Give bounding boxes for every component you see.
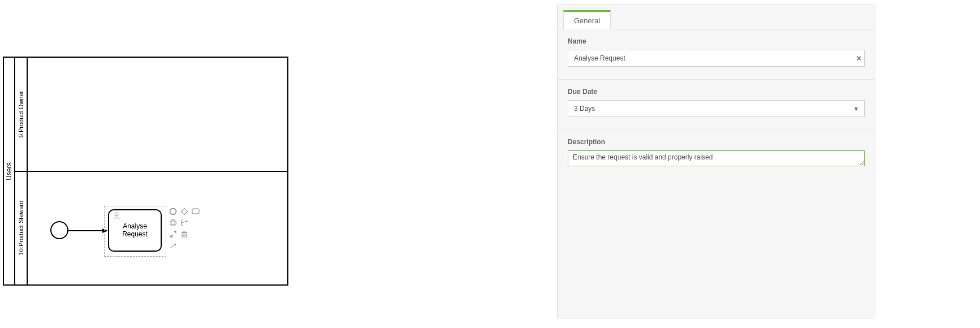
properties-panel: General Name × Due Date 3 Days ▼ Descrip… [557, 5, 875, 318]
append-end-event-icon[interactable] [169, 208, 177, 215]
lane-product-steward[interactable]: 10:Product Steward Analyse Request [15, 171, 287, 285]
form-row-due-date: Due Date 3 Days ▼ [558, 80, 875, 130]
lane-content-1[interactable]: Analyse Request [28, 172, 287, 285]
task-analyse-request[interactable]: Analyse Request [108, 209, 162, 252]
description-textarea[interactable] [568, 150, 865, 166]
name-label: Name [568, 37, 865, 45]
due-date-select[interactable]: 3 Days [568, 100, 865, 117]
clear-name-icon[interactable]: × [857, 54, 861, 63]
tab-general-label: General [574, 16, 600, 25]
svg-point-7 [171, 221, 175, 225]
svg-rect-9 [182, 232, 187, 237]
form-row-description: Description [558, 130, 875, 180]
tab-general[interactable]: General [563, 10, 611, 29]
bpmn-diagram[interactable]: Users 9:Product Owner 10:Product Steward [3, 57, 288, 286]
svg-point-3 [170, 208, 176, 214]
start-event[interactable] [50, 221, 68, 239]
task-label: Analyse Request [109, 222, 161, 239]
lane-content-0[interactable] [28, 58, 287, 171]
form-row-name: Name × [558, 29, 875, 80]
svg-rect-4 [181, 208, 187, 214]
annotation-icon[interactable] [180, 219, 188, 227]
append-task-icon[interactable] [192, 208, 200, 215]
delete-icon[interactable] [180, 230, 188, 238]
connect-icon[interactable] [169, 241, 177, 249]
description-label: Description [568, 138, 865, 146]
user-task-icon [113, 212, 120, 222]
lane-label-0: 9:Product Owner [18, 90, 24, 137]
replace-icon[interactable] [169, 230, 177, 238]
context-pad [169, 208, 200, 249]
svg-point-2 [115, 213, 118, 216]
due-date-label: Due Date [568, 88, 865, 96]
svg-point-8 [187, 221, 188, 222]
pool-label: Users [5, 162, 13, 180]
sequence-flow[interactable] [68, 228, 108, 234]
name-input[interactable] [568, 50, 865, 67]
append-intermediate-event-icon[interactable] [169, 219, 177, 227]
lane-label-1: 10:Product Steward [18, 201, 24, 256]
pool-header[interactable]: Users [4, 58, 15, 284]
append-gateway-icon[interactable] [180, 208, 188, 215]
lane-product-owner[interactable]: 9:Product Owner [15, 58, 287, 171]
svg-rect-5 [192, 209, 199, 214]
panel-tabs: General [558, 5, 875, 29]
